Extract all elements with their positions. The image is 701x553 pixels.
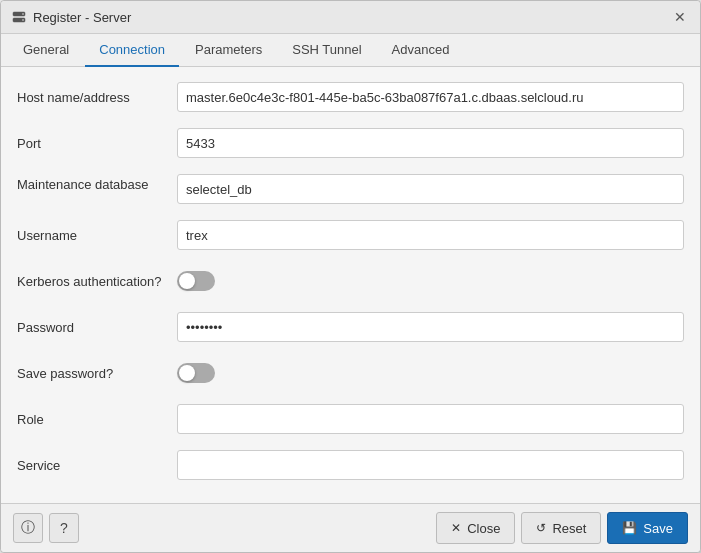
service-input[interactable] <box>177 450 684 480</box>
footer: ⓘ ? ✕ Close ↺ Reset 💾 Save <box>1 503 700 552</box>
kerberos-track <box>177 271 215 291</box>
save-password-label: Save password? <box>17 366 177 381</box>
save-button[interactable]: 💾 Save <box>607 512 688 544</box>
host-input[interactable] <box>177 82 684 112</box>
tab-connection[interactable]: Connection <box>85 34 179 67</box>
help-button[interactable]: ? <box>49 513 79 543</box>
kerberos-row: Kerberos authentication? <box>17 263 684 299</box>
port-label: Port <box>17 136 177 151</box>
title-bar: Register - Server ✕ <box>1 1 700 34</box>
role-row: Role <box>17 401 684 437</box>
username-input[interactable] <box>177 220 684 250</box>
close-icon[interactable]: ✕ <box>670 7 690 27</box>
username-label: Username <box>17 228 177 243</box>
service-row: Service <box>17 447 684 483</box>
port-input[interactable] <box>177 128 684 158</box>
tabs-bar: General Connection Parameters SSH Tunnel… <box>1 34 700 67</box>
tab-ssh-tunnel[interactable]: SSH Tunnel <box>278 34 375 67</box>
close-button[interactable]: ✕ Close <box>436 512 515 544</box>
maintenance-db-row: Maintenance database <box>17 171 684 207</box>
save-password-toggle[interactable] <box>177 363 215 383</box>
tab-general[interactable]: General <box>9 34 83 67</box>
title-bar-left: Register - Server <box>11 9 131 25</box>
host-label: Host name/address <box>17 90 177 105</box>
help-icon: ? <box>60 520 68 536</box>
role-input[interactable] <box>177 404 684 434</box>
dialog-title: Register - Server <box>33 10 131 25</box>
service-label: Service <box>17 458 177 473</box>
footer-right: ✕ Close ↺ Reset 💾 Save <box>436 512 688 544</box>
save-password-row: Save password? <box>17 355 684 391</box>
svg-point-3 <box>22 19 24 21</box>
form-content: Host name/address Port Maintenance datab… <box>1 67 700 503</box>
close-x-icon: ✕ <box>451 521 461 535</box>
reset-button[interactable]: ↺ Reset <box>521 512 601 544</box>
password-label: Password <box>17 320 177 335</box>
kerberos-label: Kerberos authentication? <box>17 274 177 289</box>
footer-left: ⓘ ? <box>13 513 79 543</box>
tab-advanced[interactable]: Advanced <box>378 34 464 67</box>
password-row: Password <box>17 309 684 345</box>
role-label: Role <box>17 412 177 427</box>
save-icon: 💾 <box>622 521 637 535</box>
svg-point-2 <box>22 13 24 15</box>
maintenance-db-label: Maintenance database <box>17 171 177 192</box>
save-password-track <box>177 363 215 383</box>
host-row: Host name/address <box>17 79 684 115</box>
reset-icon: ↺ <box>536 521 546 535</box>
info-icon: ⓘ <box>21 519 35 537</box>
port-row: Port <box>17 125 684 161</box>
maintenance-db-input[interactable] <box>177 174 684 204</box>
info-button[interactable]: ⓘ <box>13 513 43 543</box>
tab-parameters[interactable]: Parameters <box>181 34 276 67</box>
save-password-thumb <box>179 365 195 381</box>
password-input[interactable] <box>177 312 684 342</box>
username-row: Username <box>17 217 684 253</box>
server-icon <box>11 9 27 25</box>
kerberos-toggle[interactable] <box>177 271 215 291</box>
kerberos-thumb <box>179 273 195 289</box>
dialog: Register - Server ✕ General Connection P… <box>0 0 701 553</box>
